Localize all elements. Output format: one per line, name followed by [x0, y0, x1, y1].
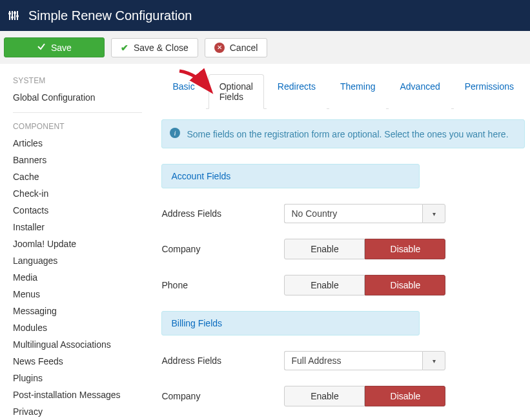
svg-point-6	[14, 12, 16, 14]
sidebar-item-cache[interactable]: Cache	[13, 168, 148, 185]
select-billing-address[interactable]: Full Address ▾	[284, 351, 445, 370]
enable-account-company[interactable]: Enable	[284, 239, 365, 259]
sidebar-item-postinstall[interactable]: Post-installation Messages	[13, 386, 148, 403]
tab-optional-fields[interactable]: Optional Fields	[209, 74, 264, 109]
sidebar-item-messaging[interactable]: Messaging	[13, 303, 148, 319]
svg-text:i: i	[174, 129, 176, 137]
toggle-billing-company: Enable Disable	[284, 386, 445, 406]
chevron-down-icon: ▾	[422, 351, 445, 370]
header-bar: Simple Renew Configuration	[0, 0, 530, 31]
svg-point-7	[16, 15, 19, 17]
save-close-button[interactable]: ✔ Save & Close	[111, 38, 198, 57]
disable-billing-company[interactable]: Disable	[365, 386, 445, 406]
disable-account-phone[interactable]: Disable	[365, 275, 445, 295]
select-billing-address-value: Full Address	[284, 351, 422, 370]
chevron-down-icon: ▾	[422, 204, 445, 223]
sidebar-heading-component: COMPONENT	[13, 122, 148, 131]
sidebar-item-newsfeeds[interactable]: News Feeds	[13, 353, 148, 370]
save-label: Save	[51, 43, 72, 53]
cancel-label: Cancel	[230, 43, 258, 53]
tab-redirects[interactable]: Redirects	[267, 74, 327, 109]
sidebar-heading-system: SYSTEM	[13, 76, 148, 85]
sidebar-item-checkin[interactable]: Check-in	[13, 185, 148, 202]
sidebar-item-media[interactable]: Media	[13, 269, 148, 286]
info-alert: i Some fields on the registration form a…	[161, 119, 525, 148]
sidebar: SYSTEM Global Configuration COMPONENT Ar…	[0, 65, 161, 420]
enable-account-phone[interactable]: Enable	[284, 275, 365, 295]
label-account-phone: Phone	[161, 280, 284, 290]
section-billing-fields: Billing Fields	[161, 311, 420, 335]
sidebar-item-global-configuration[interactable]: Global Configuration	[13, 89, 148, 106]
info-text: Some fields on the registration form are…	[187, 129, 508, 139]
row-account-address: Address Fields No Country ▾	[161, 204, 445, 223]
sidebar-item-modules[interactable]: Modules	[13, 319, 148, 336]
info-icon: i	[170, 128, 180, 140]
svg-point-4	[8, 12, 11, 15]
divider	[13, 112, 142, 113]
tab-advanced[interactable]: Advanced	[389, 74, 451, 109]
sidebar-item-multilingual[interactable]: Multilingual Associations	[13, 336, 148, 353]
label-account-address: Address Fields	[161, 208, 284, 219]
main-panel: Basic Optional Fields Redirects Theming …	[161, 65, 530, 420]
page-title: Simple Renew Configuration	[28, 8, 192, 23]
tab-theming[interactable]: Theming	[329, 74, 386, 109]
label-billing-address: Address Fields	[161, 355, 284, 366]
toolbar: Save ✔ Save & Close ✕ Cancel	[0, 31, 530, 65]
sidebar-item-menus[interactable]: Menus	[13, 286, 148, 303]
enable-billing-company[interactable]: Enable	[284, 386, 365, 406]
svg-point-5	[11, 16, 14, 19]
label-billing-company: Company	[161, 391, 284, 401]
row-account-company: Company Enable Disable	[161, 239, 445, 259]
toggle-account-company: Enable Disable	[284, 239, 445, 259]
save-button[interactable]: Save	[4, 37, 105, 57]
select-account-address-value: No Country	[284, 204, 422, 223]
select-account-address[interactable]: No Country ▾	[284, 204, 445, 223]
sidebar-item-joomla-update[interactable]: Joomla! Update	[13, 235, 148, 252]
settings-icon	[8, 9, 21, 22]
disable-account-company[interactable]: Disable	[365, 239, 445, 259]
tabs: Basic Optional Fields Redirects Theming …	[161, 74, 525, 109]
cancel-button[interactable]: ✕ Cancel	[205, 38, 268, 57]
toggle-account-phone: Enable Disable	[284, 275, 445, 295]
sidebar-item-banners[interactable]: Banners	[13, 152, 148, 168]
sidebar-item-contacts[interactable]: Contacts	[13, 202, 148, 219]
cancel-icon: ✕	[214, 43, 225, 53]
check-icon: ✔	[121, 43, 128, 53]
sidebar-item-privacy[interactable]: Privacy	[13, 403, 148, 420]
sidebar-item-installer[interactable]: Installer	[13, 219, 148, 235]
sidebar-item-articles[interactable]: Articles	[13, 135, 148, 152]
save-icon	[37, 42, 46, 53]
save-close-label: Save & Close	[134, 43, 189, 53]
label-account-company: Company	[161, 244, 284, 254]
sidebar-item-languages[interactable]: Languages	[13, 252, 148, 269]
row-billing-company: Company Enable Disable	[161, 386, 445, 406]
row-billing-address: Address Fields Full Address ▾	[161, 351, 445, 370]
section-account-fields: Account Fields	[161, 164, 420, 188]
tab-permissions[interactable]: Permissions	[454, 74, 525, 109]
tab-basic[interactable]: Basic	[161, 74, 205, 109]
sidebar-item-plugins[interactable]: Plugins	[13, 370, 148, 386]
row-account-phone: Phone Enable Disable	[161, 275, 445, 295]
